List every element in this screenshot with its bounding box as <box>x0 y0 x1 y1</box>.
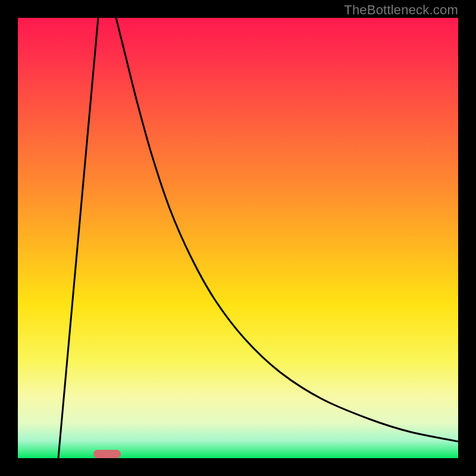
plot-area <box>18 18 458 458</box>
curve-layer <box>18 18 458 458</box>
chart-frame: TheBottleneck.com <box>0 0 476 476</box>
bottleneck-marker <box>93 450 121 458</box>
left-line-path <box>58 18 98 458</box>
right-curve-path <box>116 18 458 441</box>
watermark-text: TheBottleneck.com <box>344 2 458 18</box>
